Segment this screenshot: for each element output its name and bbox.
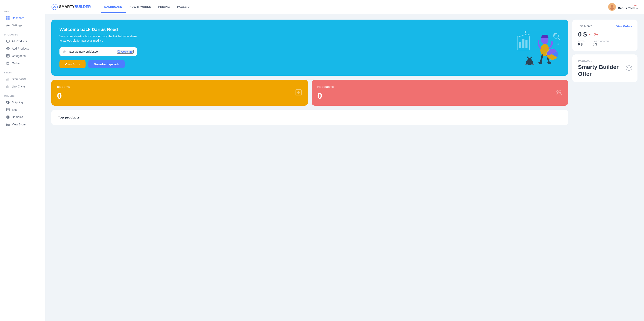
sidebar-item-label: Dashbord bbox=[12, 16, 24, 20]
svg-rect-30 bbox=[522, 39, 524, 48]
user-label: User bbox=[618, 4, 638, 7]
orders-card-icon bbox=[294, 88, 303, 98]
svg-rect-1 bbox=[8, 16, 10, 18]
sidebar-item-label: Store Visits bbox=[12, 78, 26, 81]
category-icon bbox=[6, 54, 10, 58]
revenue-pct: ↓ 0% bbox=[588, 33, 598, 36]
svg-rect-14 bbox=[8, 85, 8, 88]
sidebar-item-label: Categories bbox=[12, 54, 26, 58]
chart-icon bbox=[6, 77, 10, 81]
sidebar-item-domains[interactable]: Domains bbox=[4, 113, 41, 121]
svg-rect-10 bbox=[6, 79, 7, 81]
dashboard-icon bbox=[6, 16, 10, 20]
svg-rect-15 bbox=[8, 86, 9, 88]
main-area: SMARTYBUILDER DASHBOARD HOW IT WORKS PRI… bbox=[45, 0, 644, 321]
welcome-actions: View Store Download qrcode bbox=[60, 60, 560, 68]
stats-row: ORDERS 0 PRODUCTS 0 bbox=[51, 80, 568, 106]
orders-value: 0 bbox=[57, 91, 302, 101]
chevron-down-icon bbox=[188, 6, 190, 8]
sidebar-item-categories[interactable]: Categories bbox=[4, 52, 41, 60]
svg-point-25 bbox=[611, 5, 613, 7]
view-store-button[interactable]: View Store bbox=[60, 60, 86, 68]
welcome-card: Welcome back Darius Reed View store stat… bbox=[51, 20, 568, 76]
products-stat-card: PRODUCTS 0 bbox=[312, 80, 568, 106]
right-panel: This Month View Orders 0 $ ↓ 0% TOTAL 0 … bbox=[572, 20, 638, 106]
svg-point-17 bbox=[8, 103, 9, 104]
sidebar-item-all-products[interactable]: All Products bbox=[4, 38, 41, 45]
svg-point-34 bbox=[538, 62, 542, 64]
orders-section-label: ORDERS bbox=[4, 95, 41, 97]
svg-rect-7 bbox=[8, 54, 9, 56]
sidebar-item-orders[interactable]: Orders bbox=[4, 60, 41, 67]
menu-section-label: MENU bbox=[4, 10, 41, 13]
topnav: SMARTYBUILDER DASHBOARD HOW IT WORKS PRI… bbox=[45, 0, 644, 14]
package-title: Smarty Builder Offer bbox=[578, 64, 632, 77]
nav-link-dashboard[interactable]: DASHBOARD bbox=[100, 1, 126, 13]
nav-link-pricing[interactable]: PRICING bbox=[154, 1, 174, 13]
nav-links: DASHBOARD HOW IT WORKS PRICING PAGES bbox=[100, 1, 608, 13]
store-icon bbox=[6, 123, 10, 126]
download-qr-button[interactable]: Download qrcode bbox=[88, 60, 125, 68]
sidebar-item-shipping[interactable]: Shipping bbox=[4, 99, 41, 106]
svg-rect-5 bbox=[6, 54, 8, 56]
user-info: User Darius Reed bbox=[618, 4, 638, 10]
bar-chart-icon bbox=[6, 85, 10, 88]
copy-link-button[interactable]: Copy link bbox=[117, 50, 134, 54]
svg-point-26 bbox=[610, 7, 614, 10]
svg-rect-6 bbox=[6, 56, 8, 57]
svg-point-42 bbox=[558, 43, 559, 45]
svg-marker-39 bbox=[527, 56, 529, 58]
svg-point-16 bbox=[7, 103, 8, 104]
svg-point-41 bbox=[525, 31, 526, 33]
svg-rect-13 bbox=[6, 86, 7, 88]
avatar bbox=[608, 3, 616, 11]
link-icon bbox=[63, 49, 66, 54]
logo[interactable]: SMARTYBUILDER bbox=[51, 4, 91, 10]
products-card-icon bbox=[554, 88, 563, 98]
svg-rect-3 bbox=[8, 18, 10, 20]
sidebar-item-blog[interactable]: Blog bbox=[4, 106, 41, 113]
sidebar-item-dashboard[interactable]: Dashbord bbox=[4, 14, 41, 22]
sidebar-item-settings[interactable]: Settings bbox=[4, 22, 41, 29]
svg-rect-2 bbox=[6, 18, 8, 20]
svg-point-24 bbox=[54, 6, 55, 7]
package-card: PACKAGE Smarty Builder Offer bbox=[572, 54, 638, 82]
nav-link-pages[interactable]: PAGES bbox=[174, 1, 193, 13]
sidebar-item-label: Shipping bbox=[12, 101, 23, 104]
svg-rect-0 bbox=[6, 16, 8, 18]
svg-rect-18 bbox=[6, 108, 9, 111]
revenue-total: TOTAL 0 $ bbox=[578, 40, 586, 46]
svg-point-38 bbox=[528, 58, 532, 62]
sidebar-item-label: All Products bbox=[12, 40, 27, 43]
sidebar-item-store-visits[interactable]: Store Visits bbox=[4, 75, 41, 83]
welcome-subtitle: View store statistics from here or copy … bbox=[60, 34, 137, 43]
nav-link-how-it-works[interactable]: HOW IT WORKS bbox=[126, 1, 154, 13]
products-section-label: PRODUCTS bbox=[4, 34, 41, 36]
chevron-down-icon bbox=[636, 7, 638, 9]
stats-section-label: STATS bbox=[4, 71, 41, 74]
svg-rect-12 bbox=[8, 78, 9, 81]
blog-icon bbox=[6, 108, 10, 112]
svg-rect-8 bbox=[8, 56, 9, 57]
sidebar-item-view-store[interactable]: View Store bbox=[4, 121, 41, 128]
orders-stat-card: ORDERS 0 bbox=[51, 80, 308, 106]
user-area[interactable]: User Darius Reed bbox=[608, 3, 638, 11]
revenue-month-label: This Month bbox=[578, 25, 592, 28]
svg-rect-11 bbox=[8, 79, 8, 81]
svg-rect-22 bbox=[7, 125, 8, 126]
svg-rect-31 bbox=[526, 40, 528, 48]
svg-rect-27 bbox=[118, 51, 120, 53]
svg-rect-21 bbox=[6, 124, 9, 126]
content: Welcome back Darius Reed View store stat… bbox=[45, 14, 644, 321]
sidebar-item-add-products[interactable]: Add Products bbox=[4, 45, 41, 52]
sidebar-item-link-clicks[interactable]: Link Clicks bbox=[4, 83, 41, 90]
package-icon bbox=[625, 64, 632, 72]
revenue-last-month: LAST MONTH 0 $ bbox=[593, 40, 609, 46]
logo-text: SMARTYBUILDER bbox=[59, 5, 91, 9]
svg-rect-29 bbox=[519, 42, 522, 48]
view-orders-link[interactable]: View Orders bbox=[616, 25, 632, 28]
top-products-card: Top products bbox=[51, 110, 568, 125]
products-value: 0 bbox=[317, 91, 562, 101]
box-icon bbox=[6, 39, 10, 43]
store-url: https://smartybuilder.com bbox=[68, 50, 115, 53]
